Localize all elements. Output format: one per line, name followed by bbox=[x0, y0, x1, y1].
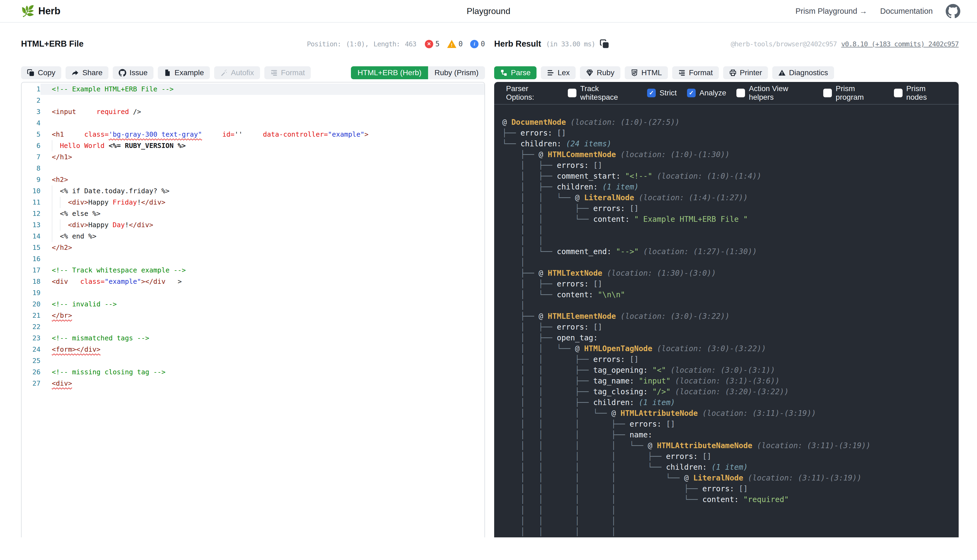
result-panel: Herb Result (in 33.00 ms) @herb-tools/br… bbox=[494, 23, 959, 560]
github-icon bbox=[119, 69, 126, 77]
tree-row: │ │ │ │ bbox=[502, 516, 953, 527]
github-icon[interactable] bbox=[946, 4, 960, 18]
example-button[interactable]: Example bbox=[158, 66, 210, 79]
copy-button[interactable]: Copy bbox=[21, 66, 61, 79]
option-track-whitespace[interactable]: Track whitespace bbox=[568, 84, 637, 102]
line-content: <% else %> bbox=[40, 208, 484, 219]
tree-row: │ │ │ ├── errors: [] bbox=[502, 419, 953, 430]
html-button-label: HTML bbox=[641, 68, 662, 77]
warning-icon bbox=[778, 69, 786, 77]
line-content bbox=[40, 117, 484, 129]
indent-guide bbox=[60, 197, 68, 208]
parse-button[interactable]: Parse bbox=[494, 66, 537, 79]
line-number: 12 bbox=[22, 208, 40, 219]
format-button[interactable]: Format bbox=[672, 66, 719, 79]
line-number: 4 bbox=[22, 117, 40, 129]
line-number: 24 bbox=[22, 344, 40, 355]
error-icon: ✕ bbox=[425, 40, 433, 48]
code-line: 26<!-- missing closing tag --> bbox=[22, 367, 484, 378]
tab-prism[interactable]: Ruby (Prism) bbox=[428, 66, 485, 79]
ruby-button[interactable]: Ruby bbox=[580, 66, 620, 79]
code-line: 21</br> bbox=[22, 310, 484, 321]
option-label: Prism program bbox=[836, 84, 884, 102]
parser-options-bar: Parser Options: Track whitespace✓Strict✓… bbox=[494, 82, 959, 105]
tree-row: ├── @ HTMLElementNode (location: (3:0)-(… bbox=[502, 311, 953, 322]
tree-row: └── children: (24 items) bbox=[502, 138, 953, 149]
code-line: 23<!-- mismatched tags --> bbox=[22, 333, 484, 344]
line-number: 2 bbox=[22, 95, 40, 106]
tree-row: │ │ bbox=[502, 225, 953, 235]
indent-guide bbox=[52, 231, 60, 242]
code-editor[interactable]: 1<!-- Example HTML+ERB File -->23<input … bbox=[21, 82, 485, 537]
tab-herb[interactable]: HTML+ERB (Herb) bbox=[351, 66, 428, 79]
option-label: Track whitespace bbox=[580, 84, 637, 102]
code-line: 25 bbox=[22, 355, 484, 367]
line-content: <h2> bbox=[40, 174, 484, 185]
line-content bbox=[40, 355, 484, 367]
ruby-button-label: Ruby bbox=[597, 68, 614, 77]
line-number: 23 bbox=[22, 333, 40, 344]
option-prism-program[interactable]: Prism program bbox=[823, 84, 884, 102]
tree-row: │ ├── children: (1 item) bbox=[502, 182, 953, 192]
share-button[interactable]: Share bbox=[65, 66, 109, 79]
line-number: 18 bbox=[22, 276, 40, 287]
code-line: 13<div>Happy Day!</div> bbox=[22, 219, 484, 231]
copy-result-icon[interactable] bbox=[600, 39, 609, 49]
option-prism-nodes[interactable]: Prism nodes bbox=[894, 84, 947, 102]
code-line: 27<div> bbox=[22, 378, 484, 389]
source-status: Position: (1:0), Length: 463 ✕ 5 ! 0 i 0 bbox=[307, 40, 485, 48]
line-number: 8 bbox=[22, 163, 40, 174]
line-content: <input required /> bbox=[40, 106, 484, 117]
option-label: Action View helpers bbox=[749, 84, 813, 102]
nav-documentation-link[interactable]: Documentation bbox=[880, 7, 933, 16]
line-number: 22 bbox=[22, 321, 40, 333]
warning-count: 0 bbox=[458, 40, 463, 48]
diagnostics-button[interactable]: Diagnostics bbox=[772, 66, 834, 79]
code-line: 1<!-- Example HTML+ERB File --> bbox=[22, 83, 484, 95]
share-button-label: Share bbox=[82, 68, 102, 77]
code-line: 9<h2> bbox=[22, 174, 484, 185]
tree-row: │ ├── comment_start: "<!--" (location: (… bbox=[502, 171, 953, 182]
ast-tree[interactable]: @ DocumentNode (location: (1:0)-(27:5))├… bbox=[494, 105, 959, 537]
brand-logo[interactable]: 🌿 Herb bbox=[21, 5, 60, 17]
line-content: </h2> bbox=[40, 242, 484, 253]
version-link[interactable]: v0.8.10 (+183 commits) 2402c957 bbox=[841, 40, 959, 48]
parser-options-label: Parser Options: bbox=[506, 84, 557, 102]
issue-button[interactable]: Issue bbox=[113, 66, 154, 79]
source-title: HTML+ERB File bbox=[21, 39, 84, 49]
unchecked-checkbox-icon bbox=[823, 89, 832, 97]
indent-guide bbox=[52, 208, 60, 219]
source-tabs: HTML+ERB (Herb)Ruby (Prism) bbox=[351, 66, 485, 79]
position-value: (1:0), bbox=[346, 40, 368, 48]
code-line: 10<% if Date.today.friday? %> bbox=[22, 185, 484, 197]
line-number: 15 bbox=[22, 242, 40, 253]
html-button[interactable]: HTML bbox=[625, 66, 668, 79]
tree-row: │ │ ├── tag_opening: "<" (location: (3:0… bbox=[502, 365, 953, 376]
format-button[interactable]: Format bbox=[264, 66, 311, 79]
nav-prism-playground-link[interactable]: Prism Playground → bbox=[795, 7, 867, 16]
option-analyze[interactable]: ✓Analyze bbox=[687, 84, 726, 102]
share-icon bbox=[72, 69, 79, 77]
code-line: 4 bbox=[22, 117, 484, 129]
code-line: 17<!-- Track whitespace example --> bbox=[22, 265, 484, 276]
line-content: <!-- missing closing tag --> bbox=[40, 367, 484, 378]
code-line: 7</h1> bbox=[22, 152, 484, 163]
tree-row: │ │ ├── children: (1 item) bbox=[502, 397, 953, 408]
tree-row: │ │ │ ├── name: bbox=[502, 430, 953, 440]
info-badge: i 0 bbox=[470, 40, 485, 48]
lex-button[interactable]: Lex bbox=[541, 66, 575, 79]
line-content: <% if Date.today.friday? %> bbox=[40, 185, 484, 197]
code-line: 11<div>Happy Friday!</div> bbox=[22, 197, 484, 208]
autofix-button[interactable]: Autofix bbox=[214, 66, 260, 79]
source-subheader: HTML+ERB File Position: (1:0), Length: 4… bbox=[21, 38, 485, 50]
printer-button[interactable]: Printer bbox=[723, 66, 768, 79]
option-label: Analyze bbox=[699, 89, 726, 97]
option-strict[interactable]: ✓Strict bbox=[647, 84, 677, 102]
html5-icon bbox=[631, 69, 638, 77]
line-number: 3 bbox=[22, 106, 40, 117]
error-badge: ✕ 5 bbox=[425, 40, 440, 48]
option-action-view-helpers[interactable]: Action View helpers bbox=[736, 84, 813, 102]
warning-badge: ! 0 bbox=[447, 40, 463, 48]
code-line: 6Hello World <%= RUBY_VERSION %> bbox=[22, 140, 484, 152]
indent-guide bbox=[52, 185, 60, 197]
